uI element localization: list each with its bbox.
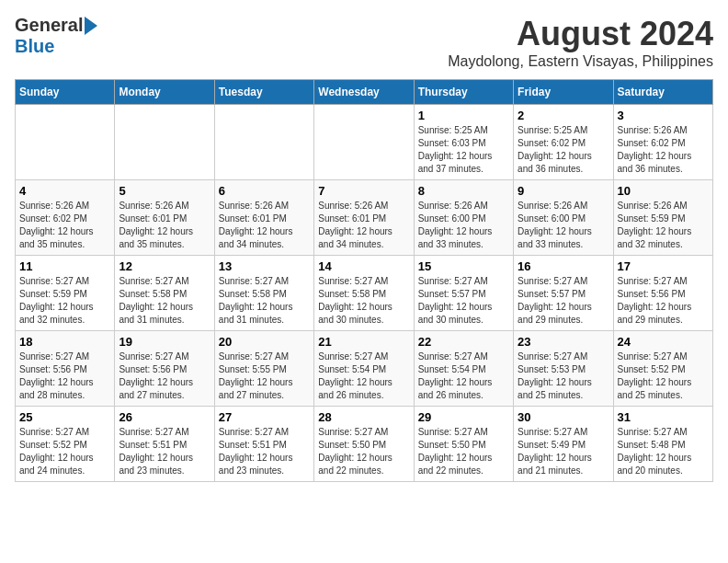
day-number: 18: [19, 335, 110, 349]
day-info: Sunrise: 5:27 AM Sunset: 5:51 PM Dayligh…: [219, 426, 310, 477]
calendar-cell: 18Sunrise: 5:27 AM Sunset: 5:56 PM Dayli…: [16, 331, 115, 407]
day-number: 13: [219, 259, 310, 273]
logo-blue: Blue: [15, 36, 54, 56]
calendar-cell: 25Sunrise: 5:27 AM Sunset: 5:52 PM Dayli…: [16, 407, 115, 482]
day-number: 24: [618, 335, 709, 349]
page-subtitle: Maydolong, Eastern Visayas, Philippines: [448, 53, 713, 70]
day-number: 7: [318, 184, 409, 198]
day-number: 31: [618, 410, 709, 424]
day-number: 23: [518, 335, 609, 349]
calendar-week-row: 1Sunrise: 5:25 AM Sunset: 6:03 PM Daylig…: [16, 105, 713, 180]
calendar-cell: 27Sunrise: 5:27 AM Sunset: 5:51 PM Dayli…: [214, 407, 313, 482]
calendar-cell: 21Sunrise: 5:27 AM Sunset: 5:54 PM Dayli…: [314, 331, 414, 407]
day-info: Sunrise: 5:26 AM Sunset: 6:01 PM Dayligh…: [318, 200, 409, 251]
calendar-cell: 14Sunrise: 5:27 AM Sunset: 5:58 PM Dayli…: [314, 256, 414, 331]
calendar-cell: 13Sunrise: 5:27 AM Sunset: 5:58 PM Dayli…: [214, 256, 313, 331]
page-header: General Blue August 2024 Maydolong, East…: [15, 15, 713, 70]
weekday-header: Saturday: [613, 80, 712, 105]
day-number: 17: [618, 259, 709, 273]
weekday-header: Sunday: [16, 80, 115, 105]
day-info: Sunrise: 5:25 AM Sunset: 6:03 PM Dayligh…: [418, 124, 509, 176]
day-number: 27: [219, 410, 310, 424]
day-info: Sunrise: 5:27 AM Sunset: 5:58 PM Dayligh…: [219, 275, 310, 327]
day-number: 5: [119, 184, 210, 198]
day-info: Sunrise: 5:27 AM Sunset: 5:58 PM Dayligh…: [119, 275, 210, 327]
day-info: Sunrise: 5:27 AM Sunset: 5:55 PM Dayligh…: [219, 350, 310, 402]
day-number: 8: [418, 184, 509, 198]
calendar-cell: 24Sunrise: 5:27 AM Sunset: 5:52 PM Dayli…: [613, 331, 712, 407]
day-info: Sunrise: 5:27 AM Sunset: 5:51 PM Dayligh…: [119, 426, 210, 477]
day-info: Sunrise: 5:26 AM Sunset: 5:59 PM Dayligh…: [618, 200, 709, 251]
calendar-cell: 9Sunrise: 5:26 AM Sunset: 6:00 PM Daylig…: [514, 180, 613, 256]
calendar-cell: 5Sunrise: 5:26 AM Sunset: 6:01 PM Daylig…: [115, 180, 214, 256]
day-number: 6: [219, 184, 310, 198]
calendar-cell: 29Sunrise: 5:27 AM Sunset: 5:50 PM Dayli…: [414, 407, 513, 482]
day-info: Sunrise: 5:26 AM Sunset: 6:01 PM Dayligh…: [119, 200, 210, 251]
calendar-cell: 2Sunrise: 5:25 AM Sunset: 6:02 PM Daylig…: [514, 105, 613, 180]
calendar-cell: 19Sunrise: 5:27 AM Sunset: 5:56 PM Dayli…: [115, 331, 214, 407]
day-info: Sunrise: 5:27 AM Sunset: 5:50 PM Dayligh…: [418, 426, 509, 477]
calendar-cell: [314, 105, 414, 180]
calendar-table: SundayMondayTuesdayWednesdayThursdayFrid…: [15, 79, 713, 482]
day-info: Sunrise: 5:27 AM Sunset: 5:57 PM Dayligh…: [518, 275, 609, 327]
day-info: Sunrise: 5:26 AM Sunset: 6:00 PM Dayligh…: [418, 200, 509, 251]
day-info: Sunrise: 5:27 AM Sunset: 5:54 PM Dayligh…: [418, 350, 509, 402]
calendar-cell: 20Sunrise: 5:27 AM Sunset: 5:55 PM Dayli…: [214, 331, 313, 407]
calendar-cell: 4Sunrise: 5:26 AM Sunset: 6:02 PM Daylig…: [16, 180, 115, 256]
day-info: Sunrise: 5:27 AM Sunset: 5:49 PM Dayligh…: [518, 426, 609, 477]
day-number: 26: [119, 410, 210, 424]
calendar-cell: 28Sunrise: 5:27 AM Sunset: 5:50 PM Dayli…: [314, 407, 414, 482]
day-info: Sunrise: 5:27 AM Sunset: 5:56 PM Dayligh…: [19, 350, 110, 402]
calendar-week-row: 4Sunrise: 5:26 AM Sunset: 6:02 PM Daylig…: [16, 180, 713, 256]
calendar-cell: 8Sunrise: 5:26 AM Sunset: 6:00 PM Daylig…: [414, 180, 513, 256]
calendar-cell: 7Sunrise: 5:26 AM Sunset: 6:01 PM Daylig…: [314, 180, 414, 256]
calendar-cell: 11Sunrise: 5:27 AM Sunset: 5:59 PM Dayli…: [16, 256, 115, 331]
day-number: 2: [518, 109, 609, 122]
day-number: 1: [418, 109, 509, 122]
logo-arrow-icon: [85, 17, 97, 35]
weekday-header: Friday: [514, 80, 613, 105]
calendar-cell: [214, 105, 313, 180]
day-info: Sunrise: 5:26 AM Sunset: 6:00 PM Dayligh…: [518, 200, 609, 251]
weekday-header: Thursday: [414, 80, 513, 105]
day-info: Sunrise: 5:27 AM Sunset: 5:57 PM Dayligh…: [418, 275, 509, 327]
day-number: 22: [418, 335, 509, 349]
weekday-header: Tuesday: [214, 80, 313, 105]
calendar-cell: 23Sunrise: 5:27 AM Sunset: 5:53 PM Dayli…: [514, 331, 613, 407]
weekday-header-row: SundayMondayTuesdayWednesdayThursdayFrid…: [16, 80, 713, 105]
calendar-week-row: 25Sunrise: 5:27 AM Sunset: 5:52 PM Dayli…: [16, 407, 713, 482]
logo-general: General: [15, 15, 83, 36]
calendar-cell: 15Sunrise: 5:27 AM Sunset: 5:57 PM Dayli…: [414, 256, 513, 331]
day-info: Sunrise: 5:27 AM Sunset: 5:50 PM Dayligh…: [318, 426, 409, 477]
day-number: 15: [418, 259, 509, 273]
day-number: 12: [119, 259, 210, 273]
day-number: 29: [418, 410, 509, 424]
day-info: Sunrise: 5:27 AM Sunset: 5:56 PM Dayligh…: [618, 275, 709, 327]
day-info: Sunrise: 5:27 AM Sunset: 5:56 PM Dayligh…: [119, 350, 210, 402]
calendar-cell: 16Sunrise: 5:27 AM Sunset: 5:57 PM Dayli…: [514, 256, 613, 331]
calendar-cell: 31Sunrise: 5:27 AM Sunset: 5:48 PM Dayli…: [613, 407, 712, 482]
calendar-cell: 26Sunrise: 5:27 AM Sunset: 5:51 PM Dayli…: [115, 407, 214, 482]
day-number: 4: [19, 184, 110, 198]
day-number: 9: [518, 184, 609, 198]
calendar-week-row: 11Sunrise: 5:27 AM Sunset: 5:59 PM Dayli…: [16, 256, 713, 331]
day-info: Sunrise: 5:27 AM Sunset: 5:48 PM Dayligh…: [618, 426, 709, 477]
day-number: 11: [19, 259, 110, 273]
logo: General Blue: [15, 15, 97, 57]
day-number: 19: [119, 335, 210, 349]
calendar-cell: 10Sunrise: 5:26 AM Sunset: 5:59 PM Dayli…: [613, 180, 712, 256]
calendar-cell: 30Sunrise: 5:27 AM Sunset: 5:49 PM Dayli…: [514, 407, 613, 482]
calendar-cell: 6Sunrise: 5:26 AM Sunset: 6:01 PM Daylig…: [214, 180, 313, 256]
calendar-cell: 3Sunrise: 5:26 AM Sunset: 6:02 PM Daylig…: [613, 105, 712, 180]
calendar-cell: 17Sunrise: 5:27 AM Sunset: 5:56 PM Dayli…: [613, 256, 712, 331]
calendar-week-row: 18Sunrise: 5:27 AM Sunset: 5:56 PM Dayli…: [16, 331, 713, 407]
day-info: Sunrise: 5:26 AM Sunset: 6:01 PM Dayligh…: [219, 200, 310, 251]
day-info: Sunrise: 5:26 AM Sunset: 6:02 PM Dayligh…: [19, 200, 110, 251]
day-number: 14: [318, 259, 409, 273]
day-info: Sunrise: 5:26 AM Sunset: 6:02 PM Dayligh…: [618, 124, 709, 176]
day-number: 20: [219, 335, 310, 349]
day-number: 21: [318, 335, 409, 349]
day-info: Sunrise: 5:27 AM Sunset: 5:52 PM Dayligh…: [19, 426, 110, 477]
day-info: Sunrise: 5:27 AM Sunset: 5:54 PM Dayligh…: [318, 350, 409, 402]
day-number: 28: [318, 410, 409, 424]
